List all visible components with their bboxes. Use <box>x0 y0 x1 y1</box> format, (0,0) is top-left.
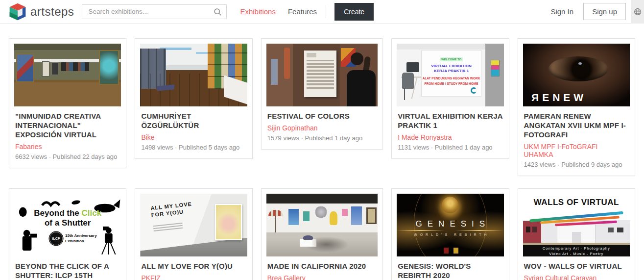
thumb-decor <box>51 62 58 75</box>
thumb-poster <box>304 51 336 97</box>
exhibition-title[interactable]: MADE IN CALIFORNIA 2020 <box>267 261 377 271</box>
exhibition-title[interactable]: "INMUNIDAD CREATIVA INTERNACIONAL" EXPOS… <box>15 111 120 139</box>
exhibition-card[interactable]: CUMHURİYET ÖZGÜRLÜKTÜR Bike 1498 views ·… <box>135 38 252 159</box>
thumb-decor <box>140 238 247 256</box>
thumb-headline: of a Shutter <box>14 218 121 228</box>
caption-line: Exhibition <box>65 239 84 243</box>
artsteps-cube-icon <box>9 2 26 21</box>
nav-link-features[interactable]: Features <box>288 7 317 16</box>
thumb-decor <box>271 59 278 85</box>
thumb-portrait <box>215 204 242 240</box>
exhibition-author-link[interactable]: Syrian Cultural Caravan <box>524 274 629 280</box>
artsteps-logo[interactable]: artsteps <box>9 2 74 21</box>
banner-line: KERJA PRAKTIK 1 <box>434 69 469 73</box>
thumb-painting <box>351 206 362 225</box>
create-button[interactable]: Create <box>334 3 374 21</box>
thumb-painting <box>342 209 347 216</box>
exhibition-author-link[interactable]: I Made Ronyastra <box>398 133 502 141</box>
exhibition-card[interactable]: Beyond the Click of a Shutter iLCP 15th … <box>9 188 126 280</box>
exhibition-author-link[interactable]: Sijin Gopinathan <box>267 124 377 132</box>
headline-text: Beyond the <box>34 208 81 218</box>
banner-line: VIRTUAL EXHIBITION <box>431 64 472 68</box>
exhibition-author-link[interactable]: Fabaries <box>15 143 120 151</box>
exhibition-thumbnail[interactable]: ALL MY LOVE FOR Y(O)U <box>140 194 247 256</box>
exhibition-meta: 1423 views · Published 9 days ago <box>524 161 629 168</box>
exhibition-thumbnail[interactable] <box>266 44 378 106</box>
exhibition-card[interactable]: GENESIS WORLD'S REBIRTH GENESIS: WORLD'S… <box>391 188 509 280</box>
genesis-logo-text: GENESIS <box>397 219 503 229</box>
exhibition-card[interactable]: "INMUNIDAD CREATIVA INTERNACIONAL" EXPOS… <box>9 38 126 168</box>
thumb-decor <box>453 248 458 254</box>
exhibition-title[interactable]: PAMERAN RENEW ANGKATAN XVII UKM MPF I-FO… <box>524 111 629 139</box>
search-icon[interactable] <box>214 8 222 16</box>
exhibition-card[interactable]: MADE IN CALIFORNIA 2020 Brea Gallery 244… <box>261 188 383 280</box>
thumb-badge-caption: 15th Anniversary Exhibition <box>65 233 97 244</box>
caption-line: Video Art - Music - Poetry <box>549 252 603 256</box>
exhibition-thumbnail[interactable] <box>266 194 378 256</box>
exhibition-author-link[interactable]: PKFIZ <box>141 274 246 280</box>
globe-icon <box>634 8 642 16</box>
thumb-headline: Beyond the Click <box>14 208 121 218</box>
exhibition-thumbnail[interactable]: ЯENEW <box>523 44 630 106</box>
banner-title-text: VIRTUAL EXHIBITION KERJA PRAKTIK 1 <box>422 64 480 74</box>
thumb-decor <box>608 228 614 232</box>
banner-subtitle-text: ALAT PENDUKUNG KEGIATAN WORK FROM HOME /… <box>422 76 480 87</box>
exhibition-card[interactable]: WALLS OF VIRTUAL Contemporary Art - Phot… <box>518 188 635 280</box>
wov-logo-text: WALLS OF VIRTUAL <box>523 198 630 207</box>
exhibition-title[interactable]: WOV - WALLS OF VIRTUAL <box>524 261 629 271</box>
exhibition-thumbnail[interactable] <box>140 44 247 106</box>
exhibition-title[interactable]: FESTIVAL OF COLORS <box>267 111 377 121</box>
nav-right-group: Sign In Sign up <box>550 0 644 24</box>
banner-line: FROM HOME / STUDY FROM HOME <box>425 82 478 85</box>
exhibition-card[interactable]: ЯENEW PAMERAN RENEW ANGKATAN XVII UKM MP… <box>518 38 635 176</box>
thumb-banner: WELCOME TO VIRTUAL EXHIBITION KERJA PRAK… <box>421 50 481 97</box>
exhibition-thumbnail[interactable]: WALLS OF VIRTUAL Contemporary Art - Phot… <box>523 194 630 256</box>
sign-up-button[interactable]: Sign up <box>583 3 626 20</box>
thumb-pedestal <box>300 239 316 246</box>
thumb-decor <box>455 230 503 231</box>
search-box <box>82 4 227 19</box>
thumb-decor <box>397 230 445 231</box>
exhibition-card[interactable]: FESTIVAL OF COLORS Sijin Gopinathan 1579… <box>261 38 383 150</box>
exhibition-thumbnail[interactable]: WELCOME TO VIRTUAL EXHIBITION KERJA PRAK… <box>397 44 503 106</box>
thumb-eye-photo <box>549 56 608 81</box>
exhibition-title[interactable]: VIRTUAL EXHIBITION KERJA PRAKTIK 1 <box>398 111 502 130</box>
thumb-wall-text: ALL MY LOVE FOR Y(O)U <box>150 201 193 219</box>
thumb-decor <box>557 224 596 243</box>
genesis-subtitle-text: WORLD'S REBIRTH <box>397 233 503 236</box>
thumb-painting <box>288 209 298 225</box>
thumb-decor <box>532 227 537 233</box>
exhibition-thumbnail[interactable]: GENESIS WORLD'S REBIRTH <box>397 194 503 256</box>
exhibition-card[interactable]: ALL MY LOVE FOR Y(O)U ALL MY LOVE FOR Y(… <box>135 188 252 280</box>
thumb-decor <box>617 228 623 232</box>
thumb-painting <box>303 211 310 221</box>
thumb-painting <box>366 207 376 224</box>
search-input[interactable] <box>82 5 226 19</box>
gear-logo-icon <box>471 87 477 94</box>
exhibition-title[interactable]: GENESIS: WORLD'S REBIRTH 2020 <box>398 261 502 280</box>
exhibition-meta: 6632 views · Published 22 days ago <box>15 153 120 160</box>
exhibition-title[interactable]: ALL MY LOVE FOR Y(O)U <box>141 261 246 271</box>
exhibition-card[interactable]: WELCOME TO VIRTUAL EXHIBITION KERJA PRAK… <box>391 38 509 159</box>
exhibition-author-link[interactable]: Bike <box>141 133 246 141</box>
caption-line: 15th Anniversary <box>65 233 97 238</box>
language-button[interactable] <box>631 0 644 24</box>
exhibition-author-link[interactable]: UKM MPF I-FoToGRAFI UHAMKA <box>524 143 629 158</box>
thumb-decor <box>284 48 289 79</box>
exhibition-thumbnail[interactable]: Beyond the Click of a Shutter iLCP 15th … <box>14 194 121 256</box>
exhibition-author-link[interactable]: Brea Gallery <box>267 274 377 280</box>
exhibition-thumbnail[interactable] <box>14 44 121 106</box>
thumb-decor <box>42 61 49 76</box>
thumb-decor <box>99 50 119 85</box>
sign-in-link[interactable]: Sign In <box>550 7 573 16</box>
thumb-decor <box>491 60 499 76</box>
nav-link-exhibitions[interactable]: Exhibitions <box>240 7 276 16</box>
exhibition-title[interactable]: BEYOND THE CLICK OF A SHUTTER: ILCP 15TH… <box>15 261 120 280</box>
nav-divider <box>326 5 326 18</box>
banner-welcome-text: WELCOME TO <box>440 57 463 61</box>
thumb-decor <box>404 88 405 101</box>
thumb-chair <box>402 73 414 89</box>
exhibition-title[interactable]: CUMHURİYET ÖZGÜRLÜKTÜR <box>141 111 246 130</box>
thumb-sculpture <box>303 235 313 240</box>
thumb-monitor <box>406 62 419 72</box>
